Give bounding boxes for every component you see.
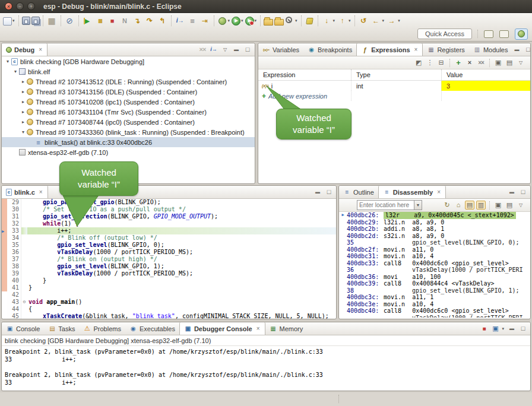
disassembly-line[interactable]: 35gpio_set_level(BLINK_GPIO, 0); [339,239,530,246]
debug-perspective-icon[interactable] [515,28,528,40]
console-tab-tasks[interactable]: Tasks [44,322,79,335]
debug-tree-item[interactable]: ▸Thread #7 1073408744 (ipc0) (Suspended … [2,117,255,127]
minimize-icon[interactable] [507,324,517,333]
show-logical-structure-icon[interactable] [425,58,435,67]
code-line[interactable]: ▶33 i++; [2,227,336,234]
disassembly-line[interactable]: 400dbc2f:movi.n a11, 0 [339,246,530,253]
disassembly-tab-disassembly[interactable]: Disassembly [378,186,446,198]
location-input[interactable] [357,200,414,210]
tree-expand-icon[interactable]: ▸ [20,79,27,84]
run-dropdown-icon[interactable]: ▾ [241,18,243,23]
editor-tab-blink-c[interactable]: blink.c [2,186,48,198]
back-icon[interactable] [370,15,382,27]
code-line[interactable]: 41} [2,284,336,291]
debug-tab-debug[interactable]: Debug [2,43,48,56]
disassembly-line[interactable]: 400dbc40:call8 0x400dc6c0 <gpio_set_leve… [339,307,530,315]
value-cell[interactable]: 3 [441,81,530,91]
tree-expand-icon[interactable]: ▸ [20,109,27,115]
maximize-icon[interactable] [324,188,334,196]
tree-expand-icon[interactable]: ▸ [20,89,27,94]
debug-tree-item[interactable]: ▸Thread #2 1073413512 (IDLE : Running) (… [2,77,255,87]
terminate-icon[interactable] [107,15,118,27]
close-tab-icon[interactable] [256,325,261,332]
pin-view-icon[interactable] [505,58,514,67]
code-line[interactable]: 39 vTaskDelay(1000 / portTICK_PERIOD_MS)… [2,270,336,277]
disassembly-line[interactable]: 400dbc3c:movi.n a11, 1 [339,294,530,301]
code-line[interactable]: 40 } [2,277,336,284]
disassembly-line[interactable]: 38gpio_set_level(BLINK_GPIO, 1); [339,287,530,294]
code-line[interactable]: 34 /* Blink off (output low) */ [2,234,336,242]
last-edit-location-icon[interactable] [358,15,369,27]
remove-expression-icon[interactable] [465,58,474,67]
debug-tree-item[interactable]: blink_task() at blink.c:33 0x400dbc26 [2,137,255,147]
console-tab-memory[interactable]: Memory [265,322,308,335]
code-line[interactable]: 45 xTaskCreate(&blink_task, "blink_task"… [2,313,336,319]
build-icon[interactable] [46,15,58,27]
code-line[interactable]: 35 gpio_set_level(BLINK_GPIO, 0); [2,242,336,249]
minimize-icon[interactable] [232,45,241,54]
debug-tree-item[interactable]: ▾Thread #9 1073433360 (blink_task : Runn… [2,127,255,137]
console-display-icon[interactable] [490,324,500,333]
external-tools-icon[interactable] [245,17,254,26]
minimize-icon[interactable] [512,45,521,54]
debug-tree-item[interactable]: ▸Thread #5 1073410208 (ipc1) (Suspended … [2,97,255,107]
new-wizard-icon[interactable] [3,17,12,26]
previous-annotation-dropdown-icon[interactable]: ▾ [349,18,351,23]
console-tab-debugger-console[interactable]: Debugger Console [179,322,265,335]
run-icon[interactable] [232,17,240,26]
step-filters-icon[interactable] [200,15,211,27]
close-tab-icon[interactable] [414,46,419,53]
pin-view-icon[interactable] [505,201,514,210]
step-return-icon[interactable] [157,15,168,27]
next-annotation-icon[interactable] [321,15,332,27]
home-icon[interactable] [454,201,463,210]
console-display-dropdown-icon[interactable]: ▾ [502,326,504,331]
disassembly-line[interactable]: 36vTaskDelay(1000 / portTICK_PERI [339,267,530,274]
minimize-icon[interactable] [507,188,517,196]
expressions-tab-expressions[interactable]: Expressions [356,43,423,56]
location-dropdown-icon[interactable]: ▼ [414,200,422,210]
disassembly-line[interactable]: 400dbc2d:s32i.n a8, a9, 0 [339,233,530,240]
add-expression-icon[interactable] [454,58,463,67]
window-close-button[interactable] [5,2,12,10]
close-tab-icon[interactable] [436,189,441,195]
debug-tree-item[interactable]: xtensa-esp32-elf-gdb (7.10) [2,147,255,157]
previous-annotation-icon[interactable] [337,15,348,27]
disconnect-icon[interactable] [119,15,131,27]
maximize-icon[interactable] [518,324,528,333]
debug-tree-item[interactable]: ▾blink checking [GDB Hardware Debugging] [2,56,255,66]
close-tab-icon[interactable] [38,46,43,53]
disassembly-line[interactable]: 400dbc2b:addi.n a8, a8, 1 [339,226,530,233]
expressions-tab-modules[interactable]: Modules [469,43,512,56]
debug-tree-item[interactable]: ▾blink.elf [2,66,255,77]
disassembly-line[interactable]: ▶400dbc26:l32r a9, 0x400d045c <_stext+10… [339,212,530,219]
back-dropdown-icon[interactable]: ▾ [382,18,385,23]
console-tab-problems[interactable]: Problems [79,322,125,335]
collapse-all-icon[interactable] [436,58,446,67]
code-line[interactable]: 29 gpio_pad_select_gpio(BLINK_GPIO); [2,199,336,206]
expressions-tab-variables[interactable]: Variables [258,43,303,56]
debug-tree-item[interactable]: ▸Thread #6 1073431104 (Tmr Svc) (Suspend… [2,107,255,117]
step-into-icon[interactable] [132,15,143,27]
code-line[interactable]: 38 gpio_set_level(BLINK_GPIO, 1); [2,263,336,270]
debug-dropdown-icon[interactable]: ▾ [228,18,230,23]
code-editor[interactable]: 29 gpio_pad_select_gpio(BLINK_GPIO);30 /… [2,199,336,319]
external-tools-dropdown-icon[interactable]: ▾ [255,18,257,23]
instruction-stepping-icon[interactable] [175,15,186,27]
disassembly-line[interactable]: 400dbc36:movi a10, 100 [339,274,530,281]
column-header-type[interactable]: Type [351,69,441,80]
debug-tree-item[interactable]: ▸Thread #3 1073413156 (IDLE) (Suspended … [2,87,255,97]
show-view-icon[interactable] [187,15,198,27]
debug-icon[interactable] [218,17,226,25]
code-line[interactable]: 43⊖void app_main() [2,299,336,306]
skip-all-breakpoints-icon[interactable] [64,15,75,27]
disassembly-tab-outline[interactable]: Outline [339,186,378,198]
disassembly-listing[interactable]: ▶400dbc26:l32r a9, 0x400d045c <_stext+10… [339,212,530,318]
view-menu-icon[interactable] [220,45,230,54]
disassembly-line[interactable]: 400dbc31:movi.n a10, 4 [339,253,530,260]
fold-marker[interactable]: ⊖ [21,299,27,306]
cpp-perspective-icon[interactable] [499,30,509,38]
console-tab-executables[interactable]: Executables [125,322,179,335]
terminate-console-icon[interactable] [479,324,489,333]
forward-dropdown-icon[interactable]: ▾ [398,18,400,23]
